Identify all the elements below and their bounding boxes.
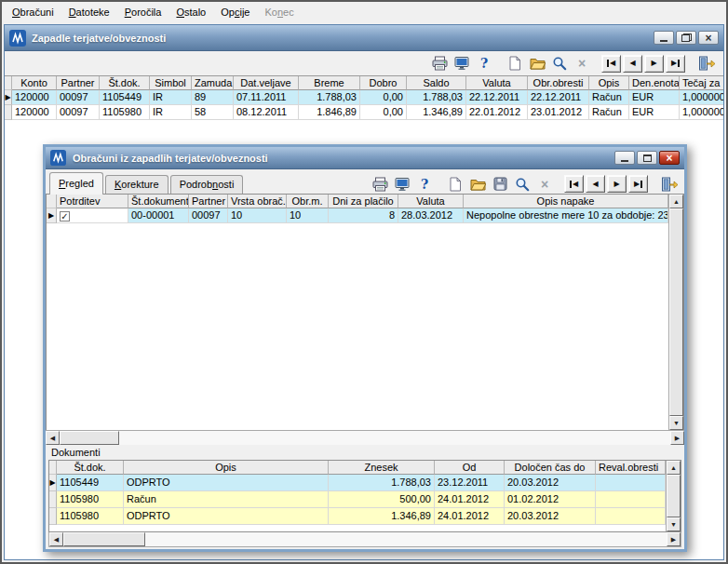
menu-obracuni[interactable]: Obračuni (5, 4, 61, 20)
column-header-vrsta-obrac[interactable]: Vrsta obrač. (228, 195, 287, 208)
column-header-konto[interactable]: Konto (12, 76, 57, 90)
table-row[interactable]: 1105980Račun500,0024.01.201201.02.2012 (49, 491, 666, 508)
restore-button[interactable] (676, 31, 696, 45)
scroll-track[interactable] (119, 431, 670, 445)
row-selector[interactable]: ▶ (49, 475, 57, 491)
row-selector[interactable]: ▶ (5, 90, 12, 105)
screen-button[interactable] (391, 174, 413, 194)
last-record-button[interactable]: ▶ (666, 55, 685, 73)
scroll-down-button[interactable]: ▼ (667, 517, 681, 531)
print-button[interactable] (369, 174, 391, 194)
last-record-button[interactable]: ▶ (628, 175, 648, 193)
menu-datoteke[interactable]: Datoteke (61, 4, 117, 20)
tab-korekture[interactable]: Korekture (105, 175, 169, 194)
table-row[interactable]: ▶1105449ODPRTO1.788,0323.12.201120.03.20… (49, 475, 666, 491)
column-header-zamuda[interactable]: Zamuda (192, 76, 234, 90)
menu-porocila[interactable]: Poročila (117, 4, 169, 20)
child-window-titlebar[interactable]: Obračuni iz zapadlih terjatev/obveznosti… (46, 147, 684, 169)
scroll-thumb[interactable] (669, 208, 683, 416)
column-header-obr-obresti[interactable]: Obr.obresti (528, 76, 589, 90)
column-header-potrditev[interactable]: Potrditev (57, 195, 128, 208)
column-header-dobro[interactable]: Dobro (360, 76, 407, 90)
column-header-dolocen-cas-do[interactable]: Določen čas do (505, 461, 596, 475)
potrditev-checkbox[interactable]: ✓ (60, 211, 70, 222)
scroll-thumb[interactable] (63, 532, 145, 546)
print-button[interactable] (428, 54, 451, 74)
column-header-st-dok[interactable]: Št.dok. (57, 461, 124, 475)
minimize-button[interactable] (614, 151, 635, 165)
first-record-button[interactable]: ◀ (601, 55, 621, 73)
scroll-thumb[interactable] (60, 431, 119, 445)
column-header-st-dokumenta[interactable]: Št.dokumenta (128, 195, 189, 208)
row-selector[interactable]: ▶ (47, 208, 57, 223)
close-button[interactable]: × (698, 31, 719, 45)
column-header-znesek[interactable]: Znesek (329, 461, 435, 475)
delete-button[interactable]: × (533, 174, 556, 194)
open-button[interactable] (526, 54, 548, 74)
prev-record-button[interactable]: ◀ (586, 175, 605, 193)
scroll-track[interactable] (667, 475, 681, 517)
next-record-button[interactable]: ▶ (644, 55, 664, 73)
column-header-opis[interactable]: Opis (589, 76, 629, 90)
scroll-track[interactable] (669, 208, 683, 416)
column-header-dat-veljave[interactable]: Dat.veljave (234, 76, 299, 90)
column-header-simbol[interactable]: Simbol (150, 76, 192, 90)
scroll-up-button[interactable]: ▲ (669, 195, 683, 208)
menu-opcije[interactable]: Opcije (213, 4, 257, 20)
column-header-den-enota[interactable]: Den.enota (629, 76, 680, 90)
next-record-button[interactable]: ▶ (607, 175, 627, 193)
column-header-partner[interactable]: Partner (57, 76, 100, 90)
column-header-opis[interactable]: Opis (124, 461, 329, 475)
prev-record-button[interactable]: ◀ (623, 55, 642, 73)
screen-button[interactable] (451, 54, 473, 74)
minimize-button[interactable] (654, 31, 674, 45)
row-selector[interactable] (5, 105, 12, 120)
search-button[interactable] (548, 54, 571, 74)
column-header-breme[interactable]: Breme (299, 76, 360, 90)
table-row[interactable]: ▶✓00-00001000971010828.03.2012Nepopolne … (47, 208, 668, 223)
column-header-st-dok[interactable]: Št.dok. (100, 76, 150, 90)
maximize-button[interactable] (637, 151, 657, 165)
save-button[interactable] (489, 174, 511, 194)
column-header-reval-obresti[interactable]: Reval.obresti (596, 461, 666, 475)
menu-ostalo[interactable]: Ostalo (169, 4, 213, 20)
scroll-up-icon: ▲ (670, 464, 677, 471)
row-selector[interactable] (49, 491, 57, 508)
help-button[interactable]: ? (473, 54, 495, 74)
help-button[interactable]: ? (413, 174, 436, 194)
tab-podrobnosti[interactable]: Podrobnosti (170, 175, 244, 194)
exit-button[interactable] (695, 54, 718, 74)
scroll-up-button[interactable]: ▲ (667, 461, 681, 475)
scroll-right-button[interactable]: ▶ (667, 532, 681, 546)
scroll-down-button[interactable]: ▼ (669, 416, 683, 430)
column-header-valuta[interactable]: Valuta (466, 76, 528, 90)
column-header-valuta[interactable]: Valuta (398, 195, 464, 208)
scroll-left-button[interactable]: ◀ (46, 431, 60, 445)
scroll-left-button[interactable]: ◀ (49, 532, 63, 546)
table-row[interactable]: ▶120000000971105449IR8907.11.20111.788,0… (5, 90, 723, 105)
column-header-dni-za-placilo[interactable]: Dni za plačilo (329, 195, 398, 208)
new-button[interactable] (504, 54, 526, 74)
column-header-opis-napake[interactable]: Opis napake (464, 195, 668, 208)
table-row[interactable]: 120000000971105980IR5808.12.20111.846,89… (5, 105, 723, 120)
main-window-titlebar[interactable]: Zapadle terjatve/obveznosti × (5, 25, 723, 51)
column-header-od[interactable]: Od (435, 461, 505, 475)
search-button[interactable] (511, 174, 533, 194)
table-row[interactable]: 1105980ODPRTO1.346,8924.01.201220.03.201… (49, 508, 666, 525)
column-header-saldo[interactable]: Saldo (407, 76, 466, 90)
exit-button[interactable] (658, 174, 681, 194)
delete-button[interactable]: × (571, 54, 593, 74)
scroll-track[interactable] (145, 532, 667, 546)
menu-konec[interactable]: Konec (257, 4, 301, 20)
row-selector[interactable] (49, 508, 57, 525)
tab-pregled[interactable]: Pregled (49, 172, 103, 195)
first-record-button[interactable]: ◀ (564, 175, 584, 193)
close-button[interactable]: × (659, 151, 680, 165)
scroll-right-button[interactable]: ▶ (670, 431, 684, 445)
scroll-thumb[interactable] (667, 475, 681, 517)
column-header-obr-m[interactable]: Obr.m. (287, 195, 329, 208)
new-button[interactable] (444, 174, 466, 194)
column-header-tecaj-za-1-s[interactable]: Tečaj za 1 S (680, 76, 723, 90)
column-header-partner[interactable]: Partner (189, 195, 228, 208)
open-button[interactable] (466, 174, 489, 194)
